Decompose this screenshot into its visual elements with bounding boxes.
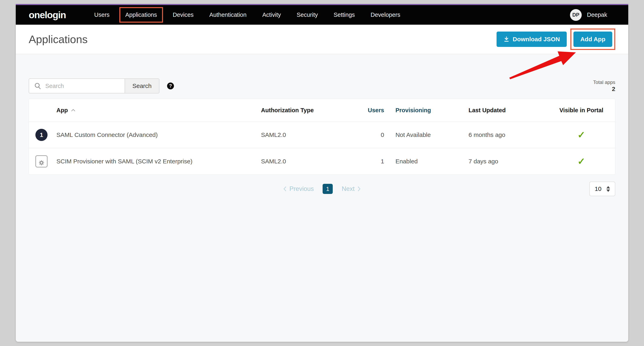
- add-app-button[interactable]: Add App: [574, 32, 612, 47]
- add-app-annotation-box: Add App: [570, 28, 615, 50]
- nav-item-devices[interactable]: Devices: [173, 12, 194, 18]
- column-header-users[interactable]: Users: [355, 107, 384, 114]
- toolbar: Search ? Total apps 2: [29, 78, 615, 94]
- column-header-visible-in-portal[interactable]: Visible in Portal: [548, 107, 615, 114]
- app-icon-numbered-circle: 1: [36, 129, 48, 141]
- authorization-type-value: SAML2.0: [261, 158, 355, 165]
- authorization-type-value: SAML2.0: [261, 132, 355, 138]
- app-name[interactable]: SAML Custom Connector (Advanced): [56, 132, 158, 138]
- table-row[interactable]: SCIM Provisioner with SAML (SCIM v2 Ente…: [29, 148, 615, 174]
- search-button[interactable]: Search: [124, 78, 160, 94]
- column-header-provisioning[interactable]: Provisioning: [384, 107, 468, 114]
- top-navbar: onelogin Users Applications Devices Auth…: [16, 4, 628, 25]
- chevron-left-icon: [283, 186, 286, 192]
- page-body: Search ? Total apps 2 App Authoriz: [16, 78, 628, 196]
- visible-check-icon: ✓: [578, 130, 585, 140]
- next-page-button[interactable]: Next: [342, 185, 361, 192]
- page-header: Applications Download JSON Add App: [16, 25, 628, 54]
- chevron-right-icon: [358, 186, 361, 192]
- search-icon: [34, 82, 42, 91]
- users-count: 1: [355, 158, 384, 165]
- download-json-button[interactable]: Download JSON: [496, 32, 567, 47]
- download-icon: [504, 36, 510, 42]
- nav-item-security[interactable]: Security: [297, 12, 318, 18]
- total-apps-label: Total apps: [593, 80, 615, 85]
- previous-page-button[interactable]: Previous: [283, 185, 314, 192]
- page-size-select[interactable]: 10: [590, 182, 615, 196]
- visible-check-icon: ✓: [578, 156, 585, 167]
- app-window: onelogin Users Applications Devices Auth…: [16, 4, 628, 342]
- header-actions: Download JSON Add App: [496, 28, 615, 50]
- page-title: Applications: [29, 33, 88, 46]
- pagination: Previous 1 Next 10: [29, 181, 615, 196]
- column-header-authorization-type[interactable]: Authorization Type: [261, 107, 355, 114]
- avatar[interactable]: DP: [570, 9, 582, 21]
- total-apps-value: 2: [593, 86, 615, 92]
- nav-menu: Users Applications Devices Authenticatio…: [94, 12, 400, 18]
- last-updated-value: 7 days ago: [468, 158, 548, 165]
- provisioning-status: Enabled: [384, 158, 468, 165]
- help-icon[interactable]: ?: [167, 82, 174, 90]
- last-updated-value: 6 months ago: [468, 132, 548, 138]
- user-menu[interactable]: DP Deepak: [570, 9, 607, 21]
- app-icon-gear-window: [36, 155, 48, 168]
- stepper-arrows-icon: [606, 186, 610, 192]
- applications-table: App Authorization Type Users Provisionin…: [29, 99, 615, 175]
- column-header-app[interactable]: App: [29, 107, 261, 114]
- nav-item-applications[interactable]: Applications: [126, 12, 157, 18]
- download-json-label: Download JSON: [513, 36, 560, 43]
- nav-item-developers[interactable]: Developers: [370, 12, 400, 18]
- users-count: 0: [355, 132, 384, 138]
- column-header-last-updated[interactable]: Last Updated: [468, 107, 548, 114]
- table-header-row: App Authorization Type Users Provisionin…: [29, 99, 615, 122]
- nav-item-settings[interactable]: Settings: [334, 12, 355, 18]
- search-group: Search: [29, 78, 160, 94]
- sort-caret-up-icon: [71, 109, 76, 112]
- provisioning-status: Not Available: [384, 132, 468, 138]
- search-input[interactable]: [29, 78, 124, 94]
- username: Deepak: [587, 12, 607, 18]
- total-apps: Total apps 2: [593, 80, 615, 92]
- current-page-indicator: 1: [322, 184, 333, 194]
- nav-item-authentication[interactable]: Authentication: [209, 12, 246, 18]
- add-app-label: Add App: [580, 36, 605, 43]
- nav-item-activity[interactable]: Activity: [262, 12, 281, 18]
- page-size-value: 10: [595, 186, 601, 192]
- nav-item-users[interactable]: Users: [94, 12, 110, 18]
- onelogin-logo: onelogin: [29, 9, 66, 20]
- app-name[interactable]: SCIM Provisioner with SAML (SCIM v2 Ente…: [56, 158, 192, 165]
- table-row[interactable]: 1 SAML Custom Connector (Advanced) SAML2…: [29, 122, 615, 148]
